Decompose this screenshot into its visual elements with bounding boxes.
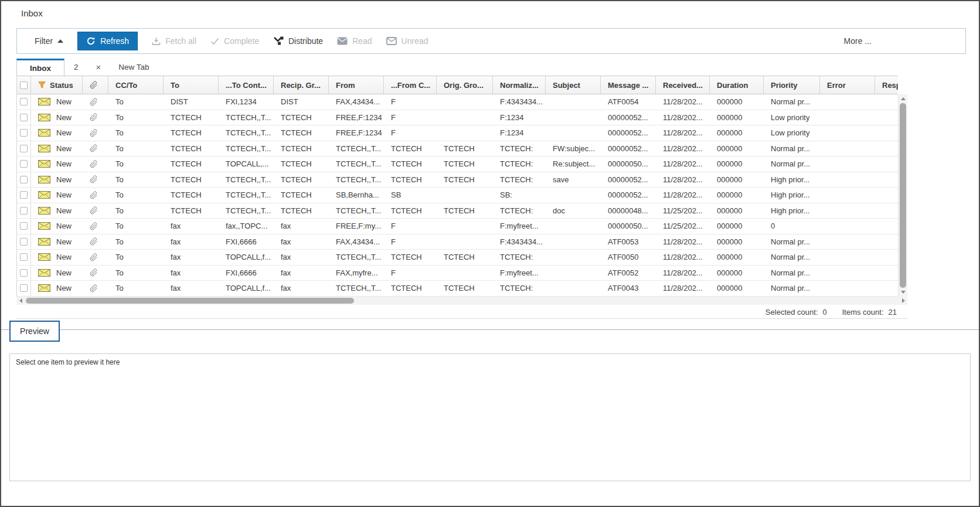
column-header-priority[interactable]: Priority	[764, 76, 820, 94]
horizontal-scroll-thumb[interactable]	[26, 298, 354, 304]
cell-sel[interactable]	[17, 172, 31, 188]
row-checkbox[interactable]	[20, 114, 28, 121]
scroll-up-icon[interactable]	[899, 94, 907, 103]
read-button[interactable]: Read	[337, 36, 372, 46]
column-header-fromc[interactable]: ...From C...	[384, 76, 437, 94]
cell-tocont: TOPCALL,...	[219, 156, 274, 172]
table-row[interactable]: NewToTCTECHTCTECH,,T...TCTECHTCTECH,,T..…	[17, 141, 898, 157]
table-row[interactable]: NewTofaxFXI,6666faxFAX,myfre...FF:myfree…	[17, 266, 898, 281]
chevron-up-icon	[57, 39, 63, 43]
cell-sel[interactable]	[17, 234, 31, 250]
scroll-left-icon[interactable]	[16, 297, 25, 305]
column-header-subject[interactable]: Subject	[546, 76, 601, 94]
cell-sel[interactable]	[17, 125, 31, 141]
vertical-scrollbar[interactable]	[898, 94, 907, 297]
complete-button[interactable]: Complete	[210, 36, 259, 46]
column-header-tocont[interactable]: ...To Cont...	[219, 76, 274, 94]
mail-icon	[38, 253, 50, 261]
select-all-checkbox[interactable]	[20, 81, 28, 89]
fetch-all-button[interactable]: Fetch all	[152, 36, 196, 46]
column-header-received[interactable]: Received...	[656, 76, 710, 94]
row-checkbox[interactable]	[20, 160, 28, 168]
distribute-button[interactable]: Distribute	[273, 36, 323, 46]
column-header-normaliz[interactable]: Normaliz...	[493, 76, 546, 94]
row-checkbox[interactable]	[20, 145, 28, 152]
column-header-error[interactable]: Error	[820, 76, 875, 94]
row-checkbox[interactable]	[20, 129, 28, 137]
cell-to: TCTECH	[164, 110, 219, 125]
column-header-clip[interactable]	[83, 76, 108, 94]
cell-recipgr: TCTECH	[274, 188, 329, 203]
cell-sel[interactable]	[17, 94, 31, 110]
cell-sel[interactable]	[17, 266, 31, 281]
table-row[interactable]: NewToTCTECHTCTECH,,T...TCTECHTCTECH,,T..…	[17, 203, 898, 219]
table-row[interactable]: NewToTCTECHTCTECH,,T...TCTECHSB,Bernha..…	[17, 188, 898, 203]
column-header-to[interactable]: To	[164, 76, 219, 94]
mail-icon	[38, 145, 50, 152]
cell-sel[interactable]	[17, 250, 31, 265]
tab-inbox[interactable]: Inbox	[16, 59, 64, 76]
cell-tocont: FXI,1234	[219, 94, 274, 110]
preview-button[interactable]: Preview	[9, 321, 60, 342]
column-header-sel[interactable]	[17, 76, 31, 94]
column-header-resp[interactable]: Resp	[875, 76, 898, 94]
cell-origgro	[437, 234, 493, 250]
cell-fromc: F	[384, 266, 437, 281]
filter-button[interactable]: Filter	[35, 36, 63, 46]
cell-sel[interactable]	[17, 203, 31, 219]
row-checkbox[interactable]	[20, 98, 28, 106]
table-row[interactable]: NewToTCTECHTCTECH,,T...TCTECHFREE,F:1234…	[17, 110, 898, 126]
table-row[interactable]: NewTofaxfax,,TOPC...faxFREE,F:my...FF:my…	[17, 219, 898, 234]
table-row[interactable]: NewToDISTFXI,1234DISTFAX,43434...FF:4343…	[17, 94, 898, 110]
cell-to: TCTECH	[164, 172, 219, 188]
column-header-ccto[interactable]: CC/To	[108, 76, 164, 94]
tab-2[interactable]: 2	[64, 59, 88, 76]
column-header-status[interactable]: Status	[31, 76, 83, 94]
cell-from: FREE,F:1234	[329, 125, 384, 141]
table-row[interactable]: NewTofaxFXI,6666faxFAX,43434...FF:434343…	[17, 234, 898, 250]
cell-sel[interactable]	[17, 281, 31, 296]
cell-sel[interactable]	[17, 156, 31, 172]
row-checkbox[interactable]	[20, 253, 28, 261]
attachment-icon	[90, 144, 98, 152]
unread-button[interactable]: Unread	[386, 36, 428, 46]
row-checkbox[interactable]	[20, 191, 28, 199]
cell-clip	[83, 94, 108, 110]
row-checkbox[interactable]	[20, 222, 28, 230]
table-row[interactable]: NewTofaxTOPCALL,f...faxTCTECH,,T...TCTEC…	[17, 281, 898, 297]
row-checkbox[interactable]	[20, 207, 28, 215]
refresh-label: Refresh	[100, 36, 129, 46]
row-checkbox[interactable]	[20, 284, 28, 292]
cell-sel[interactable]	[17, 188, 31, 203]
cell-sel[interactable]	[17, 141, 31, 156]
scroll-down-icon[interactable]	[899, 288, 907, 297]
new-tab-button[interactable]: New Tab	[109, 59, 158, 76]
column-header-duration[interactable]: Duration	[710, 76, 764, 94]
refresh-button[interactable]: Refresh	[77, 32, 138, 50]
table-row[interactable]: NewToTCTECHTOPCALL,...TCTECHTCTECH,,T...…	[17, 156, 898, 172]
column-header-origgro[interactable]: Orig. Gro...	[437, 76, 493, 94]
cell-error	[820, 234, 875, 250]
column-header-message[interactable]: Message ...	[601, 76, 656, 94]
horizontal-scrollbar[interactable]	[16, 297, 907, 305]
column-header-from[interactable]: From	[329, 76, 384, 94]
row-checkbox[interactable]	[20, 238, 28, 246]
table-row[interactable]: NewToTCTECHTCTECH,,T...TCTECHFREE,F:1234…	[17, 125, 898, 141]
filter-label: Filter	[35, 36, 53, 46]
table-row[interactable]: NewToTCTECHTCTECH,,T...TCTECHTCTECH,,T..…	[17, 172, 898, 188]
column-header-recipgr[interactable]: Recip. Gr...	[274, 76, 329, 94]
row-checkbox[interactable]	[20, 176, 28, 183]
more-button[interactable]: More ...	[844, 36, 872, 46]
cell-tocont: TOPCALL,f...	[219, 281, 274, 296]
cell-sel[interactable]	[17, 110, 31, 125]
scroll-right-icon[interactable]	[899, 297, 907, 305]
row-checkbox[interactable]	[20, 269, 28, 277]
status-label: New	[56, 128, 72, 137]
close-tab-icon[interactable]: ×	[88, 59, 110, 76]
cell-normaliz: TCTECH:	[493, 141, 546, 156]
status-label: New	[56, 190, 72, 199]
cell-subject	[546, 188, 601, 203]
vertical-scroll-thumb[interactable]	[900, 103, 906, 288]
cell-sel[interactable]	[17, 219, 31, 234]
table-row[interactable]: NewTofaxTOPCALL,f...faxTCTECH,,T...TCTEC…	[17, 250, 898, 266]
